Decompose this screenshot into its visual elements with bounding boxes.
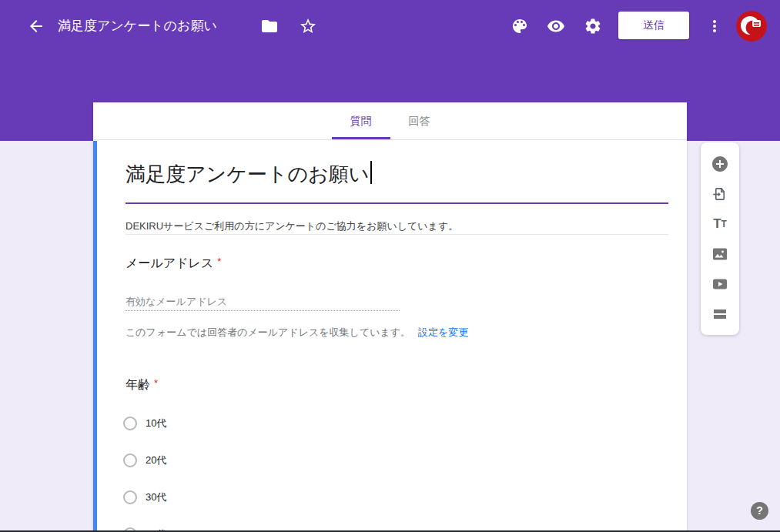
google-forms-editor: 満足度アンケートのお願い 送信 — [0, 0, 780, 532]
form-title-text: 満足度アンケートのお願い — [126, 162, 369, 186]
add-image-icon[interactable] — [711, 245, 729, 263]
email-collection-notice: このフォームでは回答者のメールアドレスを収集しています。設定を変更 — [126, 326, 468, 340]
required-asterisk: * — [217, 256, 221, 267]
email-question-label: メールアドレス* — [126, 256, 221, 272]
radio-circle-icon[interactable] — [123, 417, 137, 430]
radio-circle-icon[interactable] — [123, 453, 137, 467]
appbar: 満足度アンケートのお願い 送信 — [0, 0, 780, 49]
preview-eye-icon[interactable] — [547, 17, 565, 35]
radio-circle-icon[interactable] — [123, 490, 137, 504]
text-cursor — [370, 161, 372, 184]
form-description[interactable]: DEKIRUサービスご利用の方にアンケートのご協力をお願いしています。 — [126, 219, 668, 233]
tab-questions[interactable]: 質問 — [332, 102, 390, 139]
import-questions-icon[interactable] — [711, 185, 729, 203]
send-button[interactable]: 送信 — [618, 12, 689, 39]
document-title[interactable]: 満足度アンケートのお願い — [58, 18, 217, 34]
add-title-text-icon[interactable]: TT — [711, 215, 729, 233]
radio-option-label: 20代 — [146, 453, 166, 467]
radio-option-label: 30代 — [146, 490, 166, 504]
radio-option-30s[interactable]: 30代 — [123, 489, 166, 506]
age-question-label: 年齢* — [126, 377, 158, 393]
settings-gear-icon[interactable] — [584, 17, 602, 35]
add-video-icon[interactable] — [711, 275, 729, 293]
add-question-icon[interactable] — [711, 155, 729, 173]
title-focus-underline — [126, 202, 668, 204]
description-divider — [126, 234, 668, 235]
form-card: 質問 回答 満足度アンケートのお願い DEKIRUサービスご利用の方にアンケート… — [93, 102, 687, 532]
palette-icon[interactable] — [511, 17, 529, 35]
back-arrow-icon[interactable] — [27, 17, 45, 35]
help-button[interactable]: ? — [751, 502, 768, 520]
radio-option-10s[interactable]: 10代 — [123, 415, 166, 432]
required-asterisk: * — [154, 377, 158, 389]
tab-answers[interactable]: 回答 — [390, 102, 449, 139]
more-vertical-icon[interactable] — [705, 17, 724, 35]
focused-section-indicator — [93, 141, 97, 532]
form-body: 満足度アンケートのお願い DEKIRUサービスご利用の方にアンケートのご協力をお… — [93, 140, 687, 532]
question-toolbar: TT — [701, 142, 739, 335]
account-avatar[interactable] — [736, 11, 767, 42]
radio-option-label: 10代 — [146, 417, 166, 430]
add-section-icon[interactable] — [711, 305, 729, 323]
notice-text: このフォームでは回答者のメールアドレスを収集しています。 — [126, 326, 410, 338]
change-settings-link[interactable]: 設定を変更 — [418, 326, 468, 338]
email-label-text: メールアドレス — [126, 256, 213, 269]
age-label-text: 年齢 — [126, 378, 150, 391]
star-outline-icon[interactable] — [299, 17, 317, 35]
tab-bar: 質問 回答 — [93, 102, 687, 140]
email-input[interactable] — [126, 293, 400, 311]
form-title-input[interactable]: 満足度アンケートのお願い — [126, 161, 372, 188]
folder-icon[interactable] — [260, 17, 279, 35]
radio-option-20s[interactable]: 20代 — [123, 452, 166, 469]
